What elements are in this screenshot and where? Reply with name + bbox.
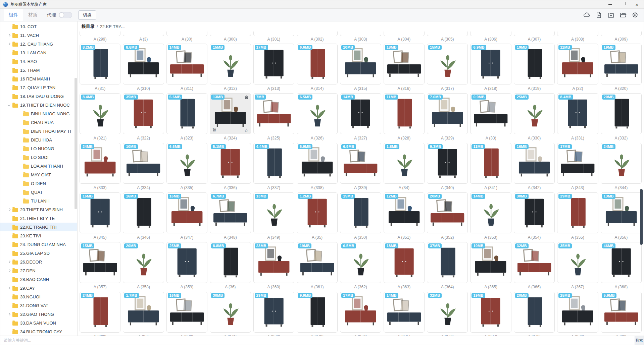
asset-tile[interactable]: 1.7MB [123, 292, 164, 333]
asset-tile[interactable]: 25MB [514, 93, 555, 134]
asset-tile[interactable]: 15MB [210, 44, 251, 84]
asset-tile-partial[interactable] [514, 32, 555, 36]
chevron-right-icon[interactable] [6, 311, 12, 317]
chevron-right-icon[interactable] [6, 33, 12, 38]
asset-tile[interactable]: 6.9MB [470, 44, 511, 84]
asset-tile[interactable]: 29MB [557, 192, 598, 233]
asset-tile[interactable]: 18MB [384, 242, 425, 283]
asset-tile[interactable]: 1.2MB [297, 192, 338, 233]
asset-tile[interactable]: 17MB [340, 292, 381, 333]
sidebar-item[interactable]: 11. VACH [0, 31, 77, 40]
asset-tile[interactable]: 6.6MB [166, 143, 207, 184]
sidebar-item[interactable]: DIEN THOAI MAY TI [0, 127, 77, 135]
asset-tile[interactable]: 11MB [470, 143, 511, 184]
asset-tile[interactable]: 37MB [427, 242, 468, 283]
asset-tile[interactable]: 7.6MB [427, 93, 468, 134]
asset-tile[interactable]: 20MB [123, 242, 164, 283]
asset-tile[interactable]: 6.9MB [297, 143, 338, 184]
open-folder-icon[interactable] [619, 11, 627, 19]
asset-tile[interactable]: 10MB [123, 143, 164, 184]
asset-tile-partial[interactable] [123, 32, 164, 36]
asset-tile[interactable]: 11MB [384, 93, 425, 134]
asset-tile[interactable]: 19MB [297, 242, 338, 283]
sidebar-item[interactable]: DIEU HOA [0, 135, 77, 144]
search-input[interactable] [0, 336, 635, 345]
asset-tile[interactable]: 15MB [427, 44, 468, 84]
sidebar-item[interactable]: 16 REM MANH [0, 74, 77, 83]
asset-tile-partial[interactable] [427, 32, 468, 36]
sidebar-item[interactable]: BINH NUOC NONG [0, 109, 77, 118]
sidebar-item[interactable]: TU LANH [0, 196, 77, 205]
asset-tile[interactable]: 13MB替☆ [210, 93, 251, 134]
restore-button[interactable] [617, 0, 630, 8]
asset-tile[interactable]: 24MB [601, 143, 642, 184]
asset-tile[interactable]: 32MB [427, 292, 468, 333]
asset-tile[interactable]: 5.9MB [601, 292, 642, 333]
asset-tile-partial[interactable] [80, 32, 120, 36]
asset-tile[interactable]: 16MB [123, 192, 164, 233]
asset-tile[interactable]: 16MB [80, 192, 120, 233]
new-file-icon[interactable] [595, 11, 603, 19]
asset-tile[interactable]: 16MB [166, 292, 207, 333]
sidebar-item[interactable]: 21.THIET BI Y TE [0, 214, 77, 223]
asset-tile-partial[interactable] [470, 32, 511, 36]
sidebar-item[interactable]: 32.GIAO THONG [0, 310, 77, 319]
asset-tile[interactable]: 8.4MB [557, 93, 598, 134]
sidebar-item[interactable]: 15. THAM [0, 66, 77, 74]
asset-tile[interactable]: 12MB [384, 192, 425, 233]
sidebar-item[interactable]: 22.KE TRANG TRI [0, 223, 77, 231]
asset-tile[interactable]: 24MB [80, 143, 120, 184]
sidebar-item[interactable]: 19.THIET BI DIEN NUOC [0, 101, 77, 109]
sidebar-item[interactable]: 20.THIET BI VE SINH [0, 205, 77, 214]
asset-tile[interactable]: 10MB [340, 44, 381, 84]
asset-tile-partial[interactable] [384, 32, 425, 36]
asset-tile[interactable]: 18MB [384, 44, 425, 84]
asset-tile[interactable]: 19MB [514, 44, 555, 84]
sidebar-item[interactable]: 28.BAO CANH [0, 275, 77, 284]
asset-tile[interactable]: 8.4MB [80, 93, 120, 134]
sidebar-item[interactable]: QUAT [0, 188, 77, 196]
asset-tile[interactable]: 15MB [340, 192, 381, 233]
sidebar-item[interactable]: 25.GIA LAP 3D [0, 249, 77, 257]
sidebar-item[interactable]: 30.NGUOI [0, 292, 77, 301]
tab-materials[interactable]: 材质 [23, 9, 43, 21]
chevron-right-icon[interactable] [6, 285, 12, 291]
asset-tile[interactable]: 5.1MB [210, 143, 251, 184]
asset-tile-partial[interactable] [340, 32, 381, 36]
sidebar-item[interactable]: 18.TAB DAU GIUONG [0, 92, 77, 101]
sidebar-item[interactable]: 26.DECOR [0, 257, 77, 266]
close-button[interactable]: × [630, 0, 644, 8]
tab-components[interactable]: 组件 [4, 9, 23, 21]
new-folder-icon[interactable] [607, 11, 615, 19]
chevron-right-icon[interactable] [6, 268, 12, 273]
asset-tile[interactable]: 17MB [557, 143, 598, 184]
asset-tile[interactable]: 9.3MB [427, 143, 468, 184]
asset-tile[interactable]: 23MB [253, 242, 294, 283]
sidebar-scrollbar[interactable] [75, 78, 77, 209]
asset-tile[interactable]: 13MB [253, 192, 294, 233]
favorite-star-icon[interactable]: ☆ [244, 127, 248, 133]
asset-tile[interactable]: 7MB [253, 93, 294, 134]
sidebar-item[interactable]: CHAU RUA [0, 118, 77, 127]
breadcrumb-root[interactable]: 根目录 [82, 23, 95, 30]
sidebar-item[interactable]: 33.DA SAN VUON [0, 319, 77, 327]
asset-tile[interactable]: 16MB [166, 192, 207, 233]
asset-tile-partial[interactable] [210, 32, 251, 36]
sidebar-item[interactable]: LO SUOI [0, 153, 77, 162]
asset-tile[interactable]: 19MB [470, 242, 511, 283]
sidebar-item[interactable]: O DIEN [0, 179, 77, 188]
asset-tile[interactable]: 9.9MB [297, 292, 338, 333]
asset-tile[interactable]: 46MB [601, 242, 642, 283]
sidebar-item[interactable]: 17. QUAY LE TAN [0, 83, 77, 92]
asset-tile[interactable]: 8.2MB [80, 44, 120, 84]
trash-icon[interactable] [244, 95, 249, 100]
chevron-down-icon[interactable] [6, 102, 12, 108]
sidebar-item[interactable]: 12. CAU THANG [0, 40, 77, 48]
switch-button[interactable]: 切换 [78, 10, 96, 20]
asset-tile[interactable]: 6.9MB [340, 143, 381, 184]
asset-tile[interactable]: 14MB [470, 192, 511, 233]
proxy-toggle[interactable] [59, 12, 72, 18]
asset-tile[interactable]: 11MB [557, 44, 598, 84]
asset-tile[interactable]: 29MB [253, 292, 294, 333]
asset-tile[interactable]: 14MB [166, 44, 207, 84]
